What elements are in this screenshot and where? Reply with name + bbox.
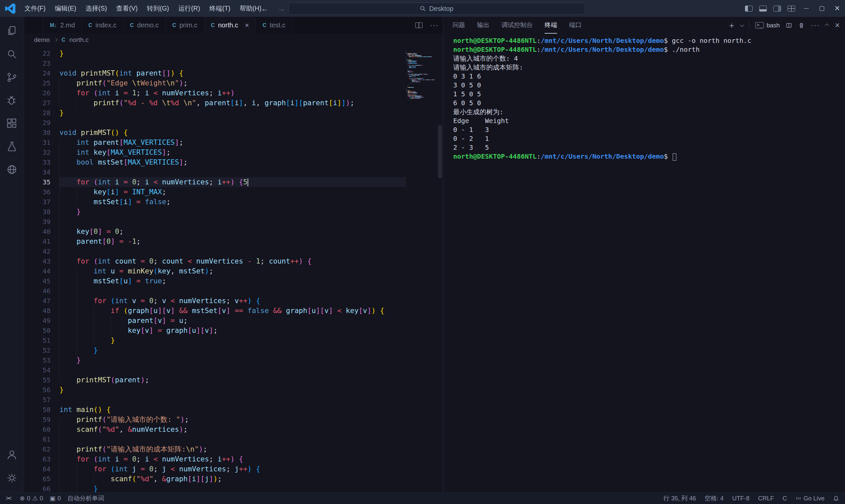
- code-line[interactable]: 25 printf("Edge \tWeight\n");: [24, 78, 443, 88]
- line-number[interactable]: 39: [24, 217, 51, 227]
- line-number[interactable]: 40: [24, 227, 51, 236]
- code-line[interactable]: 52 }: [24, 345, 443, 355]
- panel-tab-输出[interactable]: 输出: [477, 17, 490, 34]
- line-number[interactable]: 30: [24, 128, 51, 138]
- maximize-panel-icon[interactable]: [825, 24, 829, 28]
- code-line[interactable]: 31 int parent[MAX_VERTICES];: [24, 138, 443, 147]
- panel-tab-终端[interactable]: 终端: [545, 17, 557, 34]
- menu-item[interactable]: 转到(G): [142, 0, 174, 17]
- notifications-bell-icon[interactable]: [833, 496, 839, 501]
- line-number[interactable]: 58: [24, 405, 51, 415]
- menu-item[interactable]: 选择(S): [81, 0, 111, 17]
- line-number[interactable]: 49: [24, 316, 51, 326]
- cursor-position[interactable]: 行 35, 列 46: [664, 494, 696, 502]
- tab-prim.c[interactable]: Cprim.c: [166, 17, 204, 34]
- code-line[interactable]: 62 printf("请输入城市的成本矩阵:\n");: [24, 444, 443, 454]
- eol-sequence[interactable]: CRLF: [758, 495, 774, 502]
- code-line[interactable]: 61: [24, 434, 443, 444]
- line-number[interactable]: 41: [24, 236, 51, 246]
- line-number[interactable]: 33: [24, 157, 51, 167]
- line-number[interactable]: 27: [24, 98, 51, 108]
- panel-tab-问题[interactable]: 问题: [453, 17, 465, 34]
- run-debug-icon[interactable]: [2, 89, 22, 112]
- code-line[interactable]: 23: [24, 58, 443, 68]
- panel-tab-调试控制台[interactable]: 调试控制台: [501, 17, 533, 34]
- code-line[interactable]: 37 mstSet[i] = false;: [24, 197, 443, 207]
- terminal-tab-bash[interactable]: >_ bash: [755, 22, 780, 29]
- toggle-sidebar-icon[interactable]: [745, 6, 753, 12]
- code-line[interactable]: 38 }: [24, 207, 443, 217]
- code-line[interactable]: 27 printf("%d - %d \t%d \n", parent[i], …: [24, 98, 443, 108]
- line-number[interactable]: 46: [24, 286, 51, 296]
- code-line[interactable]: 56}: [24, 385, 443, 395]
- breadcrumb-folder[interactable]: demo: [34, 36, 50, 43]
- tab-partial[interactable]: [24, 17, 43, 34]
- line-number[interactable]: 65: [24, 474, 51, 484]
- terminal-content[interactable]: north@DESKTOP-4486NTL:/mnt/c/Users/North…: [443, 34, 845, 161]
- menu-item[interactable]: 编辑(E): [50, 0, 81, 17]
- new-terminal-icon[interactable]: +: [729, 21, 734, 30]
- code-line[interactable]: 35 for (int i = 0; i < numVertices; i++)…: [24, 177, 443, 187]
- language-mode[interactable]: C: [782, 495, 787, 502]
- panel-tab-端口[interactable]: 端口: [569, 17, 582, 34]
- code-line[interactable]: 45 mstSet[u] = true;: [24, 276, 443, 286]
- line-number[interactable]: 61: [24, 434, 51, 444]
- code-line[interactable]: 32 int key[MAX_VERTICES];: [24, 147, 443, 157]
- code-line[interactable]: 26 for (int i = 1; i < numVertices; i++): [24, 88, 443, 98]
- line-number[interactable]: 64: [24, 464, 51, 474]
- code-line[interactable]: 28}: [24, 108, 443, 118]
- line-number[interactable]: 24: [24, 68, 51, 78]
- command-center-search[interactable]: Desktop: [288, 3, 585, 15]
- split-terminal-icon[interactable]: [786, 22, 792, 29]
- line-number[interactable]: 52: [24, 345, 51, 355]
- forward-arrow-icon[interactable]: →: [277, 4, 285, 13]
- remote-explorer-icon[interactable]: [2, 158, 22, 181]
- code-line[interactable]: 48 if (graph[u][v] && mstSet[v] == false…: [24, 306, 443, 316]
- code-line[interactable]: 64 for (int j = 0; j < numVertices; j++)…: [24, 464, 443, 474]
- code-line[interactable]: 34: [24, 167, 443, 177]
- line-number[interactable]: 55: [24, 375, 51, 385]
- close-panel-icon[interactable]: ×: [835, 20, 840, 30]
- code-line[interactable]: 60 scanf("%d", &numVertices);: [24, 425, 443, 434]
- testing-icon[interactable]: [2, 135, 22, 158]
- back-arrow-icon[interactable]: ←: [261, 4, 269, 13]
- indentation[interactable]: 空格: 4: [705, 494, 724, 502]
- code-line[interactable]: 47 for (int v = 0; v < numVertices; v++)…: [24, 296, 443, 306]
- tab-2.md[interactable]: M↓2.md: [43, 17, 82, 34]
- problems-status[interactable]: ⊗0 ⚠0: [20, 495, 43, 502]
- more-actions-icon[interactable]: ···: [430, 21, 439, 30]
- line-number[interactable]: 59: [24, 415, 51, 425]
- line-number[interactable]: 57: [24, 395, 51, 405]
- menu-item[interactable]: 终端(T): [205, 0, 235, 17]
- toggle-panel-icon[interactable]: [759, 6, 767, 12]
- line-number[interactable]: 38: [24, 207, 51, 217]
- line-number[interactable]: 23: [24, 58, 51, 68]
- line-number[interactable]: 54: [24, 365, 51, 375]
- code-line[interactable]: 42: [24, 246, 443, 256]
- code-line[interactable]: 24void printMST(int parent[]) {: [24, 68, 443, 78]
- line-number[interactable]: 43: [24, 256, 51, 266]
- toggle-secondary-sidebar-icon[interactable]: [773, 6, 781, 12]
- line-number[interactable]: 45: [24, 276, 51, 286]
- code-line[interactable]: 49 parent[v] = u;: [24, 316, 443, 326]
- line-number[interactable]: 42: [24, 246, 51, 256]
- code-line[interactable]: 39: [24, 217, 443, 227]
- line-number[interactable]: 37: [24, 197, 51, 207]
- panel-more-icon[interactable]: ···: [811, 21, 820, 30]
- line-number[interactable]: 25: [24, 78, 51, 88]
- line-number[interactable]: 29: [24, 118, 51, 128]
- code-area[interactable]: 22}2324void printMST(int parent[]) {25 p…: [24, 46, 443, 492]
- terminal-dropdown-icon[interactable]: [740, 23, 744, 27]
- line-number[interactable]: 47: [24, 296, 51, 306]
- line-number[interactable]: 66: [24, 484, 51, 492]
- search-sidebar-icon[interactable]: [2, 42, 22, 66]
- menu-item[interactable]: 运行(R): [174, 0, 205, 17]
- code-line[interactable]: 58int main() {: [24, 405, 443, 415]
- line-number[interactable]: 50: [24, 326, 51, 336]
- code-line[interactable]: 65 scanf("%d", &graph[i][j]);: [24, 474, 443, 484]
- encoding[interactable]: UTF-8: [732, 495, 749, 502]
- line-number[interactable]: 36: [24, 187, 51, 197]
- code-line[interactable]: 55 printMST(parent);: [24, 375, 443, 385]
- maximize-button[interactable]: [814, 0, 829, 17]
- minimize-button[interactable]: [798, 0, 814, 17]
